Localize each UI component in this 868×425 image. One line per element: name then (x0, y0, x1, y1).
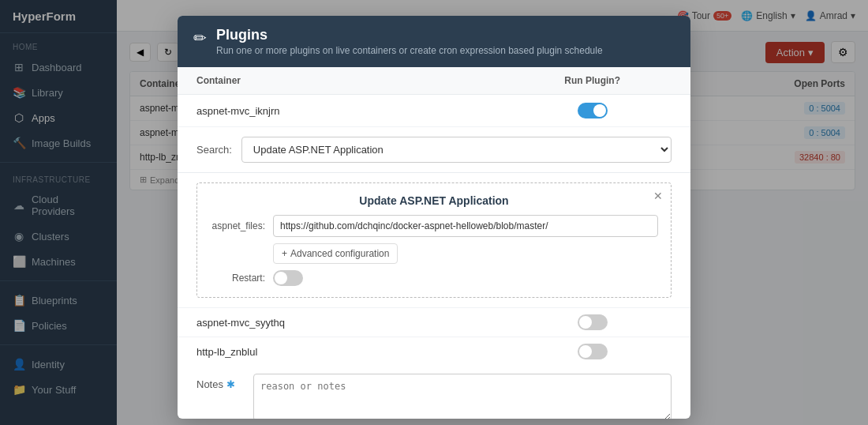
advanced-config-label: Advanced configuration (290, 248, 389, 259)
notes-section: Notes ✱ (178, 366, 690, 419)
notes-label: Notes ✱ (196, 374, 244, 390)
plugin-container-row-2: aspnet-mvc_syythq (178, 307, 690, 337)
advanced-config-button[interactable]: + Advanced configuration (273, 243, 398, 264)
plugin-header-icon: ✏ (193, 28, 207, 47)
notes-text: Notes (196, 378, 223, 390)
plugin-detail-title: Update ASP.NET Application (210, 194, 658, 207)
container-2-name: aspnet-mvc_syythq (196, 317, 513, 329)
plugin-detail: ✕ Update ASP.NET Application aspnet_file… (196, 182, 672, 298)
notes-row: Notes ✱ (196, 374, 672, 419)
restart-toggle[interactable] (273, 270, 303, 286)
plugin-table-header: Container Run Plugin? (178, 67, 690, 95)
container-2-toggle[interactable] (513, 314, 672, 330)
modal-header: ✏ Plugins Run one or more plugins on liv… (178, 16, 690, 67)
container-3-toggle[interactable] (513, 344, 672, 359)
col-header-container: Container (196, 75, 513, 86)
plugin-container-row-1: aspnet-mvc_iknjrn (178, 95, 690, 127)
modal-body: Container Run Plugin? aspnet-mvc_iknjrn … (178, 67, 690, 419)
restart-row: Restart: (210, 270, 658, 286)
container-3-name: http-lb_znblul (196, 346, 513, 358)
notes-textarea[interactable] (253, 374, 672, 419)
modal-subtitle: Run one or more plugins on live containe… (216, 45, 603, 56)
modal-overlay: ✏ Plugins Run one or more plugins on liv… (0, 0, 868, 425)
toggle-switch[interactable] (578, 344, 608, 359)
aspnet-files-input[interactable] (273, 215, 658, 237)
search-select[interactable]: Update ASP.NET Application (241, 137, 672, 163)
toggle-switch[interactable] (578, 103, 608, 118)
aspnet-files-field: aspnet_files: (210, 215, 658, 237)
aspnet-files-label: aspnet_files: (210, 220, 265, 231)
restart-label: Restart: (210, 273, 265, 284)
search-row: Search: Update ASP.NET Application (178, 127, 690, 173)
plugins-modal: ✏ Plugins Run one or more plugins on liv… (178, 16, 690, 419)
close-icon[interactable]: ✕ (653, 190, 663, 202)
container-1-toggle[interactable] (513, 103, 672, 118)
notes-icon: ✱ (226, 378, 235, 390)
container-1-name: aspnet-mvc_iknjrn (196, 105, 513, 117)
plugin-container-row-3: http-lb_znblul (178, 337, 690, 366)
modal-title: Plugins (216, 27, 603, 43)
toggle-switch[interactable] (578, 314, 608, 330)
col-header-run-plugin: Run Plugin? (513, 75, 672, 86)
search-label: Search: (196, 144, 232, 156)
plus-icon: + (282, 248, 287, 259)
